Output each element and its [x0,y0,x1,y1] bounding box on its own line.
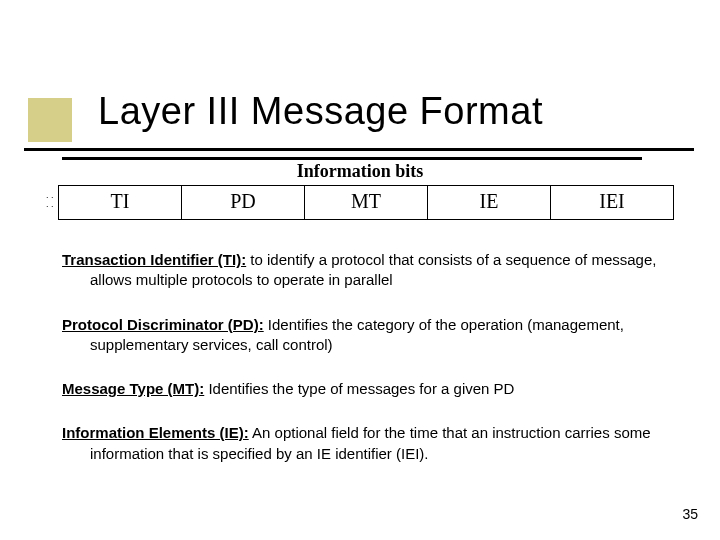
definition-term: Protocol Discriminator (PD): [62,316,264,333]
slide: Layer III Message Format Information bit… [0,0,720,540]
definition-term: Message Type (MT): [62,380,204,397]
definition-body-tail: . [424,445,428,462]
slide-title: Layer III Message Format [98,90,543,133]
definition-ti: Transaction Identifier (TI): to identify… [62,250,662,291]
field-cell-pd: PD [182,186,305,219]
definition-term: Information Elements (IE): [62,424,249,441]
field-cell-iei: IEI [551,186,673,219]
definition-body: Identifies the type of messages for a gi… [204,380,514,397]
accent-square [28,98,72,142]
field-row: TI PD MT IE IEI [58,185,674,220]
divider-long [24,148,694,151]
definitions: Transaction Identifier (TI): to identify… [62,250,662,488]
info-bits-label: Information bits [297,161,424,181]
field-cell-mt: MT [305,186,428,219]
page-number: 35 [682,506,698,522]
field-cell-ti: TI [59,186,182,219]
definition-pd: Protocol Discriminator (PD): Identifies … [62,315,662,356]
definition-ie: Information Elements (IE): An optional f… [62,423,662,464]
divider-short [62,157,642,160]
field-cell-ie: IE [428,186,551,219]
info-bits-header: Information bits [0,161,720,182]
definition-term: Transaction Identifier (TI): [62,251,246,268]
definition-mt: Message Type (MT): Identifies the type o… [62,379,662,399]
definition-body-bold: IE identifier (IEI) [317,445,425,462]
decorative-dots: · ·· · [46,193,54,211]
title-wrap: Layer III Message Format [98,90,543,133]
